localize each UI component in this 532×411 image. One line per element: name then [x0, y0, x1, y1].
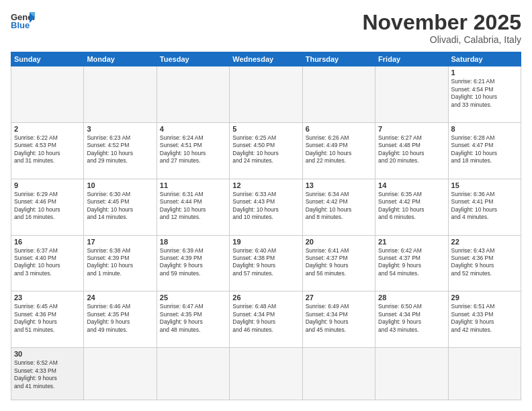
- col-monday: Monday: [84, 52, 157, 66]
- svg-text:Blue: Blue: [11, 20, 30, 30]
- calendar-day: 19Sunrise: 6:40 AM Sunset: 4:38 PM Dayli…: [230, 235, 302, 291]
- day-number: 13: [306, 181, 372, 189]
- day-info: Sunrise: 6:35 AM Sunset: 4:42 PM Dayligh…: [378, 191, 445, 222]
- calendar-day: 25Sunrise: 6:47 AM Sunset: 4:35 PM Dayli…: [157, 291, 229, 348]
- calendar-day: 6Sunrise: 6:26 AM Sunset: 4:49 PM Daylig…: [302, 122, 375, 179]
- day-info: Sunrise: 6:50 AM Sunset: 4:34 PM Dayligh…: [378, 303, 445, 334]
- logo-icon: General Blue: [11, 11, 35, 30]
- day-number: 15: [451, 181, 518, 189]
- day-number: 27: [306, 293, 372, 302]
- calendar-day: 29Sunrise: 6:51 AM Sunset: 4:33 PM Dayli…: [448, 291, 521, 348]
- day-info: Sunrise: 6:26 AM Sunset: 4:49 PM Dayligh…: [306, 134, 372, 165]
- calendar-week-2: 9Sunrise: 6:29 AM Sunset: 4:46 PM Daylig…: [11, 179, 521, 235]
- calendar-day: [302, 66, 375, 123]
- calendar-day: [375, 348, 448, 400]
- day-info: Sunrise: 6:31 AM Sunset: 4:44 PM Dayligh…: [160, 191, 226, 222]
- day-info: Sunrise: 6:27 AM Sunset: 4:48 PM Dayligh…: [378, 134, 445, 165]
- calendar-day: 15Sunrise: 6:36 AM Sunset: 4:41 PM Dayli…: [448, 179, 521, 235]
- day-number: 12: [232, 181, 299, 189]
- day-number: 26: [232, 293, 299, 302]
- calendar-week-4: 23Sunrise: 6:45 AM Sunset: 4:36 PM Dayli…: [11, 291, 521, 348]
- day-info: Sunrise: 6:43 AM Sunset: 4:36 PM Dayligh…: [451, 247, 518, 278]
- calendar-day: 28Sunrise: 6:50 AM Sunset: 4:34 PM Dayli…: [375, 291, 448, 348]
- day-number: 25: [160, 293, 226, 302]
- calendar-day: 23Sunrise: 6:45 AM Sunset: 4:36 PM Dayli…: [11, 291, 84, 348]
- calendar-day: 13Sunrise: 6:34 AM Sunset: 4:42 PM Dayli…: [302, 179, 375, 235]
- calendar-day: [230, 66, 302, 123]
- day-info: Sunrise: 6:42 AM Sunset: 4:37 PM Dayligh…: [378, 247, 445, 278]
- day-number: 10: [87, 181, 153, 189]
- day-number: 9: [14, 181, 81, 189]
- day-info: Sunrise: 6:25 AM Sunset: 4:50 PM Dayligh…: [232, 134, 299, 165]
- day-info: Sunrise: 6:23 AM Sunset: 4:52 PM Dayligh…: [87, 134, 153, 165]
- day-number: 24: [87, 293, 153, 302]
- calendar-day: 22Sunrise: 6:43 AM Sunset: 4:36 PM Dayli…: [448, 235, 521, 291]
- calendar-day: [157, 66, 229, 123]
- calendar-day: 5Sunrise: 6:25 AM Sunset: 4:50 PM Daylig…: [230, 122, 302, 179]
- day-info: Sunrise: 6:52 AM Sunset: 4:33 PM Dayligh…: [14, 359, 81, 390]
- col-sunday: Sunday: [11, 52, 84, 66]
- calendar-header-row: Sunday Monday Tuesday Wednesday Thursday…: [11, 52, 521, 66]
- day-number: 29: [451, 293, 518, 302]
- calendar-day: [448, 348, 521, 400]
- day-number: 20: [306, 238, 372, 246]
- day-info: Sunrise: 6:41 AM Sunset: 4:37 PM Dayligh…: [306, 247, 372, 278]
- calendar-day: 16Sunrise: 6:37 AM Sunset: 4:40 PM Dayli…: [11, 235, 84, 291]
- day-info: Sunrise: 6:36 AM Sunset: 4:41 PM Dayligh…: [451, 191, 518, 222]
- day-number: 19: [232, 238, 299, 246]
- calendar-day: 21Sunrise: 6:42 AM Sunset: 4:37 PM Dayli…: [375, 235, 448, 291]
- calendar-day: [302, 348, 375, 400]
- col-wednesday: Wednesday: [230, 52, 302, 66]
- day-number: 21: [378, 238, 445, 246]
- calendar-day: [84, 348, 157, 400]
- day-number: 11: [160, 181, 226, 189]
- calendar-day: 3Sunrise: 6:23 AM Sunset: 4:52 PM Daylig…: [84, 122, 157, 179]
- month-title: November 2025: [362, 11, 521, 34]
- day-info: Sunrise: 6:28 AM Sunset: 4:47 PM Dayligh…: [451, 134, 518, 165]
- calendar-day: 8Sunrise: 6:28 AM Sunset: 4:47 PM Daylig…: [448, 122, 521, 179]
- calendar-day: [230, 348, 302, 400]
- calendar-day: 14Sunrise: 6:35 AM Sunset: 4:42 PM Dayli…: [375, 179, 448, 235]
- day-number: 4: [160, 125, 226, 133]
- day-info: Sunrise: 6:38 AM Sunset: 4:39 PM Dayligh…: [87, 247, 153, 278]
- calendar-week-1: 2Sunrise: 6:22 AM Sunset: 4:53 PM Daylig…: [11, 122, 521, 179]
- calendar-week-3: 16Sunrise: 6:37 AM Sunset: 4:40 PM Dayli…: [11, 235, 521, 291]
- calendar-day: 9Sunrise: 6:29 AM Sunset: 4:46 PM Daylig…: [11, 179, 84, 235]
- calendar-day: [84, 66, 157, 123]
- day-info: Sunrise: 6:48 AM Sunset: 4:34 PM Dayligh…: [232, 303, 299, 334]
- day-info: Sunrise: 6:22 AM Sunset: 4:53 PM Dayligh…: [14, 134, 81, 165]
- calendar-day: 2Sunrise: 6:22 AM Sunset: 4:53 PM Daylig…: [11, 122, 84, 179]
- calendar-day: 27Sunrise: 6:49 AM Sunset: 4:34 PM Dayli…: [302, 291, 375, 348]
- calendar-day: 12Sunrise: 6:33 AM Sunset: 4:43 PM Dayli…: [230, 179, 302, 235]
- calendar-day: 20Sunrise: 6:41 AM Sunset: 4:37 PM Dayli…: [302, 235, 375, 291]
- calendar-table: Sunday Monday Tuesday Wednesday Thursday…: [11, 52, 521, 400]
- day-info: Sunrise: 6:39 AM Sunset: 4:39 PM Dayligh…: [160, 247, 226, 278]
- day-number: 18: [160, 238, 226, 246]
- day-number: 1: [451, 68, 518, 77]
- calendar-day: 11Sunrise: 6:31 AM Sunset: 4:44 PM Dayli…: [157, 179, 229, 235]
- day-number: 7: [378, 125, 445, 133]
- page: General Blue November 2025 Olivadi, Cala…: [0, 0, 532, 411]
- calendar-day: 17Sunrise: 6:38 AM Sunset: 4:39 PM Dayli…: [84, 235, 157, 291]
- calendar-day: [375, 66, 448, 123]
- day-number: 23: [14, 293, 81, 302]
- calendar-day: 24Sunrise: 6:46 AM Sunset: 4:35 PM Dayli…: [84, 291, 157, 348]
- calendar-day: [11, 66, 84, 123]
- calendar-day: [157, 348, 229, 400]
- day-info: Sunrise: 6:45 AM Sunset: 4:36 PM Dayligh…: [14, 303, 81, 334]
- day-number: 30: [14, 350, 81, 358]
- col-tuesday: Tuesday: [157, 52, 229, 66]
- day-number: 16: [14, 238, 81, 246]
- calendar-day: 1Sunrise: 6:21 AM Sunset: 4:54 PM Daylig…: [448, 66, 521, 123]
- calendar-day: 10Sunrise: 6:30 AM Sunset: 4:45 PM Dayli…: [84, 179, 157, 235]
- calendar-day: 4Sunrise: 6:24 AM Sunset: 4:51 PM Daylig…: [157, 122, 229, 179]
- day-number: 28: [378, 293, 445, 302]
- header: General Blue November 2025 Olivadi, Cala…: [11, 11, 521, 45]
- day-info: Sunrise: 6:40 AM Sunset: 4:38 PM Dayligh…: [232, 247, 299, 278]
- day-info: Sunrise: 6:51 AM Sunset: 4:33 PM Dayligh…: [451, 303, 518, 334]
- calendar-day: 18Sunrise: 6:39 AM Sunset: 4:39 PM Dayli…: [157, 235, 229, 291]
- calendar-week-0: 1Sunrise: 6:21 AM Sunset: 4:54 PM Daylig…: [11, 66, 521, 123]
- day-number: 2: [14, 125, 81, 133]
- day-number: 14: [378, 181, 445, 189]
- calendar-day: 7Sunrise: 6:27 AM Sunset: 4:48 PM Daylig…: [375, 122, 448, 179]
